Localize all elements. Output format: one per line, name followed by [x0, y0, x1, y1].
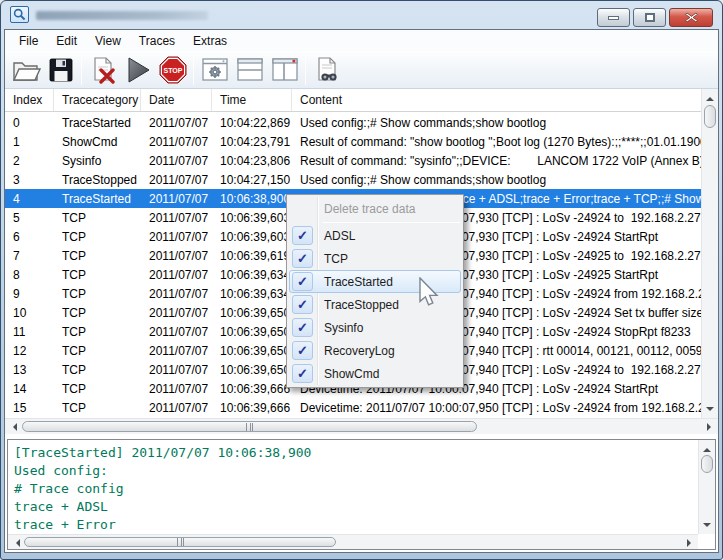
cell-index: 1 [5, 135, 54, 149]
scroll-right-icon[interactable] [707, 423, 715, 431]
cell-index: 8 [5, 268, 54, 282]
close-icon [685, 12, 698, 23]
checkmark-icon[interactable]: ✓ [292, 249, 313, 268]
close-button[interactable] [669, 8, 713, 27]
split-horizontal-view-button[interactable] [232, 53, 267, 87]
column-header-content[interactable]: Content [292, 89, 701, 111]
column-header-date[interactable]: Date [141, 89, 212, 111]
cell-date: 2011/07/07 [141, 249, 212, 263]
cell-date: 2011/07/07 [141, 192, 212, 206]
menu-edit[interactable]: Edit [47, 31, 86, 51]
cell-content: Used config:;# Show commands;show bootlo… [292, 116, 701, 130]
cell-date: 2011/07/07 [141, 306, 212, 320]
table-row[interactable]: 2 Sysinfo 2011/07/07 10:04:23,806 Result… [5, 151, 701, 170]
table-row[interactable]: 0 TraceStarted 2011/07/07 10:04:22,869 U… [5, 113, 701, 132]
cell-time: 10:06:39,650 [212, 344, 292, 358]
scroll-right-icon[interactable] [687, 539, 695, 547]
menu-check-item[interactable]: ✓ Sysinfo [289, 316, 461, 339]
table-row[interactable]: 1 ShowCmd 2011/07/07 10:04:23,791 Result… [5, 132, 701, 151]
scroll-up-icon[interactable] [703, 444, 711, 452]
restore-icon [645, 13, 655, 22]
table-vertical-scroll-thumb[interactable] [704, 105, 716, 128]
checkmark-icon[interactable]: ✓ [292, 341, 313, 360]
cell-date: 2011/07/07 [141, 382, 212, 396]
split-vertical-view-button[interactable] [267, 53, 302, 87]
detail-horizontal-scroll-thumb[interactable] [24, 537, 336, 547]
window-title-redacted [36, 11, 208, 20]
menu-extras[interactable]: Extras [184, 31, 236, 51]
cell-time: 10:04:23,806 [212, 154, 292, 168]
checkmark-icon[interactable]: ✓ [292, 318, 313, 337]
menu-item-label: TraceStopped [324, 298, 399, 312]
cell-index: 7 [5, 249, 54, 263]
save-trace-button[interactable] [43, 53, 78, 87]
detail-horizontal-scrollbar[interactable] [8, 534, 698, 549]
checkmark-icon[interactable]: ✓ [292, 226, 313, 245]
maximize-button[interactable] [633, 8, 666, 27]
column-header-tracecategory[interactable]: Tracecategory [54, 89, 141, 111]
trace-settings-button[interactable] [197, 53, 232, 87]
scroll-down-icon[interactable] [706, 407, 714, 415]
menu-item-delete-trace-data[interactable]: Delete trace data [289, 197, 461, 221]
cell-date: 2011/07/07 [141, 135, 212, 149]
menu-check-item[interactable]: ✓ TCP [289, 247, 461, 270]
cell-tracecategory: TraceStarted [54, 116, 141, 130]
checkmark-icon[interactable]: ✓ [292, 272, 313, 291]
menu-file[interactable]: File [10, 31, 47, 51]
table-vertical-scrollbar[interactable] [701, 89, 718, 418]
menu-item-label: TraceStarted [324, 275, 393, 289]
detail-vertical-scrollbar[interactable] [698, 440, 715, 534]
title-bar[interactable] [1, 1, 722, 29]
cell-time: 10:06:39,666 [212, 382, 292, 396]
scroll-left-icon[interactable] [9, 423, 17, 431]
search-trace-button[interactable] [309, 53, 344, 87]
table-header: Index Tracecategory Date Time Content [5, 89, 718, 112]
svg-text:STOP: STOP [163, 67, 182, 74]
column-header-index[interactable]: Index [5, 89, 54, 111]
stop-trace-button[interactable]: STOP [155, 53, 190, 87]
scroll-down-icon[interactable] [703, 523, 711, 531]
cell-date: 2011/07/07 [141, 287, 212, 301]
scroll-left-icon[interactable] [12, 539, 20, 547]
cell-date: 2011/07/07 [141, 268, 212, 282]
menu-separator [322, 222, 460, 223]
toolbar-separator [193, 55, 194, 85]
minimize-button[interactable] [597, 8, 630, 27]
start-trace-button[interactable] [120, 53, 155, 87]
cell-index: 14 [5, 382, 54, 396]
checkmark-icon[interactable]: ✓ [292, 364, 313, 383]
table-row[interactable]: 15 TCP 2011/07/07 10:06:39,666 Devicetim… [5, 398, 701, 417]
cell-date: 2011/07/07 [141, 211, 212, 225]
open-trace-file-button[interactable] [8, 53, 43, 87]
cell-time: 10:06:39,666 [212, 401, 292, 415]
menu-check-item[interactable]: ✓ ShowCmd [289, 362, 461, 385]
cell-time: 10:06:39,650 [212, 363, 292, 377]
trace-detail-text[interactable]: [TraceStarted] 2011/07/07 10:06:38,900 U… [9, 441, 697, 533]
delete-trace-icon [89, 56, 117, 84]
cell-date: 2011/07/07 [141, 363, 212, 377]
detail-vertical-scroll-thumb[interactable] [701, 455, 713, 473]
scroll-up-icon[interactable] [706, 93, 714, 101]
menu-check-item[interactable]: ✓ ADSL [289, 224, 461, 247]
table-horizontal-scrollbar[interactable] [5, 418, 718, 434]
cell-tracecategory: TCP [54, 306, 141, 320]
delete-trace-button[interactable] [85, 53, 120, 87]
menu-check-item[interactable]: ✓ RecoveryLog [289, 339, 461, 362]
checkmark-icon[interactable]: ✓ [292, 295, 313, 314]
cell-index: 2 [5, 154, 54, 168]
table-horizontal-scroll-thumb[interactable] [22, 421, 477, 432]
cell-time: 10:04:22,869 [212, 116, 292, 130]
cell-index: 5 [5, 211, 54, 225]
open-trace-file-icon [11, 56, 41, 84]
column-header-time[interactable]: Time [212, 89, 292, 111]
menu-view[interactable]: View [86, 31, 130, 51]
toolbar: STOP [5, 51, 718, 89]
split-vertical-view-icon [271, 57, 299, 83]
save-trace-icon [47, 56, 75, 84]
cell-tracecategory: Sysinfo [54, 154, 141, 168]
menu-item-label: Sysinfo [324, 321, 363, 335]
cell-date: 2011/07/07 [141, 173, 212, 187]
table-row[interactable]: 3 TraceStopped 2011/07/07 10:04:27,150 U… [5, 170, 701, 189]
menu-traces[interactable]: Traces [130, 31, 184, 51]
toolbar-separator [81, 55, 82, 85]
